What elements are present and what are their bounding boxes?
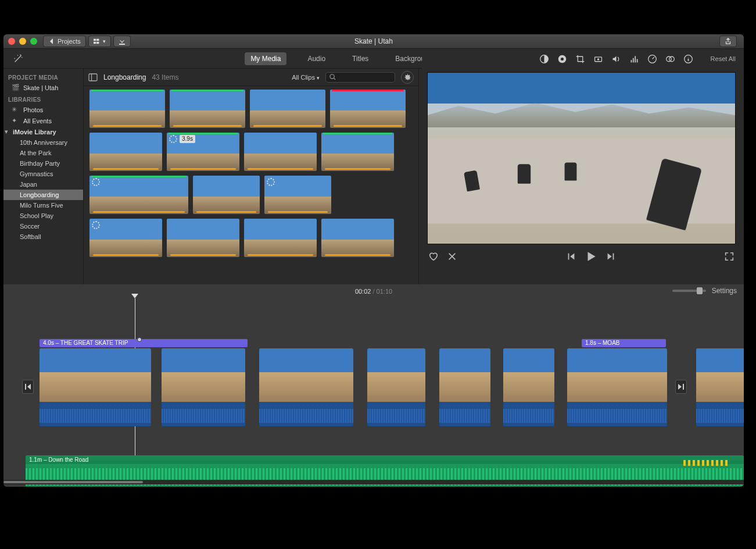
clip-thumb [696, 348, 744, 402]
disclosure-triangle-icon[interactable]: ▾ [5, 128, 9, 136]
noise-reduction-icon[interactable] [629, 54, 639, 64]
preview-illustration [565, 162, 577, 180]
minimize-window-button[interactable] [19, 38, 26, 45]
timeline-scrollbar[interactable] [3, 480, 744, 484]
clip-filter-dropdown[interactable]: All Clips ▾ [292, 74, 320, 81]
stabilization-icon[interactable] [593, 54, 603, 64]
clips-grid: 3.9s [84, 86, 418, 284]
clip-thumbnail[interactable] [321, 219, 394, 257]
clip-thumb [259, 348, 353, 402]
svg-point-20 [330, 74, 334, 79]
clip-thumbnail[interactable] [170, 90, 245, 128]
sidebar-project-item[interactable]: 🎬 Skate | Utah [3, 82, 83, 93]
info-icon[interactable] [683, 54, 693, 64]
speed-icon[interactable] [647, 54, 657, 64]
sidebar-event-item[interactable]: School Play [3, 211, 83, 221]
sidebar-library[interactable]: ▾ iMovie Library [3, 126, 83, 137]
timeline-clip[interactable] [439, 348, 490, 426]
timeline-clip[interactable] [367, 348, 425, 426]
clip-thumbnail[interactable] [244, 133, 317, 171]
timeline-clip[interactable] [567, 348, 667, 426]
sidebar-all-events[interactable]: ✦ All Events [3, 115, 83, 126]
clip-thumbnail[interactable] [89, 176, 188, 214]
timeline-clip[interactable] [40, 348, 151, 426]
timeline-zoom-slider[interactable] [672, 290, 706, 292]
svg-rect-18 [89, 74, 97, 81]
sidebar-event-item[interactable]: Birthday Party [3, 158, 83, 169]
sidebar-header-libraries: LIBRARIES [3, 93, 83, 104]
sidebar-event-item[interactable]: 10th Anniversary [3, 137, 83, 148]
fullscreen-icon[interactable] [724, 251, 734, 262]
svg-rect-10 [630, 60, 632, 62]
title-clip[interactable]: 4.0s – THE GREAT SKATE TRIP [40, 339, 248, 347]
sidebar-event-item[interactable]: At the Park [3, 148, 83, 158]
tab-audio[interactable]: Audio [302, 52, 331, 65]
browser-settings-button[interactable] [401, 71, 414, 84]
chevron-left-icon [48, 38, 55, 45]
timeline-edge-right-button[interactable] [675, 380, 687, 394]
svg-rect-13 [636, 59, 637, 62]
sidebar-event-item[interactable]: Softball [3, 231, 83, 242]
zoom-window-button[interactable] [30, 38, 37, 45]
library-list-button[interactable]: ▾ [88, 35, 111, 47]
clip-thumbnail[interactable] [321, 133, 394, 171]
import-button[interactable] [113, 35, 131, 47]
timeline-clip[interactable] [259, 348, 353, 426]
title-clip[interactable]: 1.8s – MOAB [582, 339, 666, 347]
sidebar-event-item[interactable]: Gymnastics [3, 169, 83, 179]
clip-audio-waveform [367, 402, 425, 426]
previous-icon[interactable] [566, 251, 576, 262]
share-icon [725, 38, 732, 45]
magic-wand-icon[interactable] [13, 54, 23, 64]
timeline-clip[interactable] [162, 348, 245, 426]
sidebar-event-item[interactable]: Longboarding [3, 190, 83, 200]
color-balance-icon[interactable] [539, 54, 549, 64]
sidebar-library-label: iMovie Library [13, 129, 56, 136]
clip-thumbnail[interactable] [264, 176, 331, 214]
search-field[interactable] [325, 72, 395, 83]
search-input[interactable] [338, 74, 390, 81]
sidebar-event-item[interactable]: Soccer [3, 221, 83, 231]
audio-track-label: 1.1m – Down the Road [26, 455, 744, 464]
clip-thumbnail[interactable] [244, 219, 317, 257]
clip-thumbnail[interactable] [89, 133, 162, 171]
sidebar-event-item[interactable]: Milo Turns Five [3, 200, 83, 211]
clip-filter-icon[interactable] [665, 54, 675, 64]
timeline-clip[interactable] [696, 348, 744, 426]
clip-thumbnail[interactable] [89, 219, 162, 257]
tab-titles[interactable]: Titles [346, 52, 374, 65]
timeline-body[interactable]: 4.0s – THE GREAT SKATE TRIP 1.8s – MOAB … [3, 298, 744, 484]
timeline-settings-button[interactable]: Settings [712, 287, 737, 295]
clip-thumb [162, 348, 245, 402]
play-icon[interactable] [585, 250, 597, 263]
favorite-icon[interactable] [428, 251, 439, 262]
tab-my-media[interactable]: My Media [245, 52, 286, 65]
clip-thumbnail[interactable] [250, 90, 325, 128]
clip-thumbnail[interactable]: 3.9s [167, 133, 239, 171]
next-icon[interactable] [605, 251, 616, 262]
preview-monitor[interactable] [427, 72, 736, 244]
color-correction-icon[interactable] [557, 54, 567, 64]
projects-label: Projects [58, 38, 81, 45]
analyze-spinner-icon [169, 135, 177, 143]
preview-illustration [428, 97, 735, 127]
title-clip-label: 1.8s – MOAB [585, 340, 619, 346]
volume-icon[interactable] [611, 54, 621, 64]
reject-icon[interactable] [447, 251, 457, 262]
close-window-button[interactable] [8, 38, 15, 45]
timeline-clip[interactable] [503, 348, 554, 426]
clip-thumbnail[interactable] [330, 90, 406, 128]
crop-icon[interactable] [575, 54, 585, 64]
back-to-projects-button[interactable]: Projects [43, 35, 86, 47]
sidebar-toggle-icon[interactable] [88, 73, 98, 81]
reset-all-button[interactable]: Reset All [711, 55, 736, 62]
clip-thumbnail[interactable] [89, 90, 165, 128]
clip-thumbnail[interactable] [167, 219, 239, 257]
timeline-edge-left-button[interactable] [22, 380, 34, 394]
sidebar-event-item[interactable]: Japan [3, 179, 83, 190]
keyframe-marker-icon[interactable] [137, 337, 142, 342]
clip-thumbnail[interactable] [193, 176, 260, 214]
share-button[interactable] [719, 35, 737, 47]
browser-toolbar: Longboarding 43 Items All Clips ▾ [84, 69, 418, 86]
sidebar-photos[interactable]: ✳︎ Photos [3, 104, 83, 115]
